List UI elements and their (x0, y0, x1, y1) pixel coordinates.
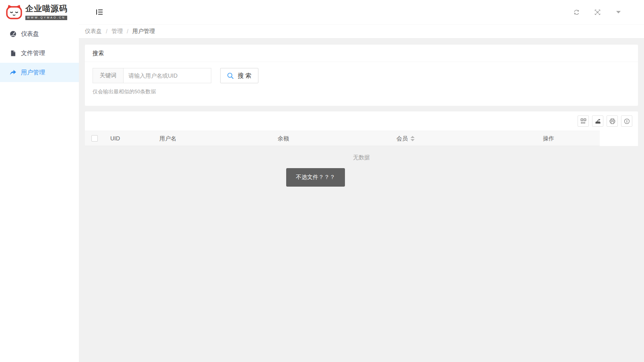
toast-message: 不选文件？？？ (286, 168, 345, 187)
print-icon[interactable] (607, 115, 618, 127)
breadcrumb-separator: / (127, 28, 128, 35)
main-area: 仪表盘 / 管理 / 用户管理 搜索 关键词 搜 索 (79, 0, 644, 362)
caret-down-icon[interactable] (615, 8, 622, 16)
select-all-checkbox[interactable] (91, 135, 98, 142)
column-header-balance[interactable]: 余额 (272, 131, 390, 146)
page-content: 搜索 关键词 搜 索 仅会输出最相似的50条数据 (79, 39, 644, 362)
select-all-cell (85, 131, 104, 146)
sidebar-item-users[interactable]: 用户管理 (0, 63, 79, 82)
breadcrumb-separator: / (106, 28, 107, 35)
sidebar-menu: 仪表盘 文件管理 用户管理 (0, 24, 79, 82)
breadcrumb-item-dashboard[interactable]: 仪表盘 (85, 28, 102, 35)
keyword-label: 关键词 (93, 68, 124, 83)
user-table: UID 用户名 余额 会员 操作 (85, 111, 638, 146)
sidebar: 企业喵源码 WWW.QYMAO.CN 仪表盘 文件管理 (0, 0, 79, 362)
breadcrumb-item-manage[interactable]: 管理 (111, 28, 123, 35)
column-header-actions: 操作 (537, 131, 600, 146)
top-bar (79, 0, 644, 24)
file-icon (10, 50, 17, 57)
share-icon (10, 69, 17, 76)
sort-desc-icon[interactable] (411, 139, 415, 141)
sidebar-item-files[interactable]: 文件管理 (0, 43, 79, 63)
breadcrumb-item-users: 用户管理 (132, 28, 155, 35)
column-header-username[interactable]: 用户名 (153, 131, 272, 146)
search-panel-title: 搜索 (85, 45, 638, 62)
dashboard-icon (10, 31, 17, 37)
table-header-row: UID 用户名 余额 会员 操作 (85, 131, 638, 146)
cat-logo-icon (5, 4, 23, 20)
table-header-filler (600, 131, 638, 146)
search-button[interactable]: 搜 索 (220, 68, 258, 83)
brand-domain: WWW.QYMAO.CN (25, 16, 67, 20)
menu-collapse-icon[interactable] (96, 8, 103, 16)
search-icon (227, 72, 234, 79)
brand-logo[interactable]: 企业喵源码 WWW.QYMAO.CN (0, 0, 79, 24)
sort-asc-icon[interactable] (411, 136, 415, 138)
column-header-vip-label: 会员 (396, 131, 408, 146)
keyword-input[interactable] (124, 68, 211, 83)
search-panel: 搜索 关键词 搜 索 仅会输出最相似的50条数据 (85, 45, 638, 106)
column-header-uid[interactable]: UID (104, 131, 153, 146)
sidebar-item-label: 仪表盘 (21, 30, 39, 38)
table-toolbar (85, 111, 638, 131)
sidebar-item-dashboard[interactable]: 仪表盘 (0, 24, 79, 43)
export-icon[interactable] (592, 115, 603, 127)
info-icon[interactable] (621, 115, 632, 127)
brand-name: 企业喵源码 (25, 4, 68, 13)
search-button-label: 搜 索 (237, 72, 251, 80)
table-empty-text: 无数据 (85, 154, 638, 161)
sidebar-item-label: 用户管理 (21, 69, 45, 76)
breadcrumb: 仪表盘 / 管理 / 用户管理 (79, 24, 644, 39)
refresh-icon[interactable] (573, 8, 580, 16)
sidebar-item-label: 文件管理 (21, 49, 45, 57)
column-header-vip[interactable]: 会员 (390, 131, 537, 146)
search-hint: 仅会输出最相似的50条数据 (93, 88, 638, 95)
fullscreen-icon[interactable] (594, 8, 601, 16)
columns-icon[interactable] (578, 115, 589, 127)
sort-icons[interactable] (411, 136, 415, 141)
